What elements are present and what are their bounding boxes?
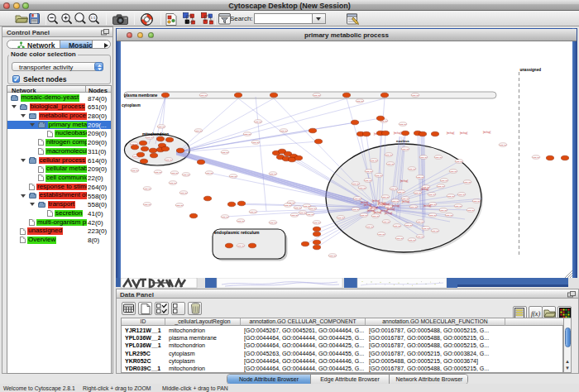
svg-text:endoplasmic reticulum: endoplasmic reticulum xyxy=(214,230,260,235)
svg-text:[GO-id]: [GO-id] xyxy=(222,216,228,218)
svg-text:[GO-id]: [GO-id] xyxy=(252,141,259,144)
svg-text:[GO-id]: [GO-id] xyxy=(402,198,409,200)
svg-text:[GO-id]: [GO-id] xyxy=(382,196,389,198)
svg-text:cytoplasm: cytoplasm xyxy=(122,103,141,108)
svg-text:[mt hsp]: [mt hsp] xyxy=(387,208,395,211)
svg-text:[GO-id]: [GO-id] xyxy=(313,94,320,97)
svg-text:[GO-id]: [GO-id] xyxy=(354,198,361,200)
svg-text:[GO-id]: [GO-id] xyxy=(455,205,462,208)
svg-text:[GO-id]: [GO-id] xyxy=(376,174,382,177)
svg-text:[GO-id]: [GO-id] xyxy=(405,224,412,227)
svg-text:[mt hsp]: [mt hsp] xyxy=(392,204,400,208)
svg-text:nucleus: nucleus xyxy=(396,139,409,143)
svg-text:[GO-id]: [GO-id] xyxy=(329,255,336,257)
svg-text:[GO-id]: [GO-id] xyxy=(270,222,276,224)
svg-text:[GO-id]: [GO-id] xyxy=(441,179,447,182)
svg-text:[GO-id]: [GO-id] xyxy=(337,217,344,219)
svg-text:unassigned: unassigned xyxy=(520,68,542,72)
svg-text:plasma membrane: plasma membrane xyxy=(124,93,158,98)
svg-text:[GO-id]: [GO-id] xyxy=(409,239,415,241)
svg-text:[GO-id]: [GO-id] xyxy=(428,194,435,196)
svg-text:[GO-id]: [GO-id] xyxy=(446,214,452,217)
svg-text:[GO-id]: [GO-id] xyxy=(467,209,474,212)
svg-text:[GO-id]: [GO-id] xyxy=(385,154,392,156)
svg-text:[GO-id]: [GO-id] xyxy=(400,123,406,126)
svg-text:[GO-id]: [GO-id] xyxy=(299,212,306,214)
svg-text:[GO-id]: [GO-id] xyxy=(387,163,394,165)
svg-text:[mt hsp]: [mt hsp] xyxy=(402,200,410,203)
svg-text:[GO-id]: [GO-id] xyxy=(402,148,409,151)
svg-text:[GO-id]: [GO-id] xyxy=(458,194,465,196)
svg-text:[GO-id]: [GO-id] xyxy=(464,181,471,184)
svg-text:[GO-id]: [GO-id] xyxy=(432,230,438,232)
svg-text:[GO-id]: [GO-id] xyxy=(165,159,172,161)
svg-text:[GO-id]: [GO-id] xyxy=(359,187,366,189)
svg-text:[GO-id]: [GO-id] xyxy=(440,209,447,212)
svg-text:[GO-id]: [GO-id] xyxy=(366,226,373,228)
svg-text:[GO-id]: [GO-id] xyxy=(313,222,320,224)
svg-text:[mt hsp]: [mt hsp] xyxy=(394,131,402,135)
svg-text:[GO-id]: [GO-id] xyxy=(144,203,151,206)
svg-text:[GO-id]: [GO-id] xyxy=(420,156,427,159)
svg-text:[GO-id]: [GO-id] xyxy=(371,160,377,162)
svg-text:[GO-id]: [GO-id] xyxy=(392,200,399,203)
svg-text:[mt hsp]: [mt hsp] xyxy=(372,199,380,203)
svg-text:[GO-id]: [GO-id] xyxy=(294,207,301,209)
svg-text:[GO-id]: [GO-id] xyxy=(176,204,183,207)
svg-text:[GO-id]: [GO-id] xyxy=(158,126,165,128)
svg-text:[GO-id]: [GO-id] xyxy=(180,192,187,194)
svg-text:[GO-id]: [GO-id] xyxy=(144,188,151,190)
svg-text:[GO-id]: [GO-id] xyxy=(352,183,359,185)
svg-text:[mt hsp]: [mt hsp] xyxy=(385,212,393,215)
svg-text:[GO-id]: [GO-id] xyxy=(280,130,287,132)
svg-text:[GO-id]: [GO-id] xyxy=(372,215,379,218)
svg-text:[GO-id]: [GO-id] xyxy=(456,160,462,163)
svg-text:[GO-id]: [GO-id] xyxy=(378,233,385,236)
svg-text:[GO-id]: [GO-id] xyxy=(365,179,371,182)
svg-text:[GO-id]: [GO-id] xyxy=(244,133,251,136)
svg-text:[GO-id]: [GO-id] xyxy=(230,175,237,178)
svg-text:[GO-id]: [GO-id] xyxy=(222,151,228,154)
svg-text:[GO-id]: [GO-id] xyxy=(285,204,291,207)
svg-text:[GO-id]: [GO-id] xyxy=(170,182,176,184)
svg-text:[GO-id]: [GO-id] xyxy=(366,170,372,173)
svg-text:[mt hsp]: [mt hsp] xyxy=(400,179,409,183)
svg-text:[GO-id]: [GO-id] xyxy=(473,200,480,203)
svg-text:[GO-id]: [GO-id] xyxy=(394,225,400,227)
svg-text:[GO-id]: [GO-id] xyxy=(237,245,244,247)
svg-text:[GO-id]: [GO-id] xyxy=(500,144,506,146)
svg-text:[GO-id]: [GO-id] xyxy=(195,130,202,132)
svg-text:[GO-id]: [GO-id] xyxy=(250,211,256,213)
svg-text:[GO-id]: [GO-id] xyxy=(155,171,161,174)
svg-text:[mt hsp]: [mt hsp] xyxy=(421,188,429,191)
svg-text:[GO-id]: [GO-id] xyxy=(309,208,316,210)
svg-text:[GO-id]: [GO-id] xyxy=(307,213,313,216)
svg-text:mitochondrion: mitochondrion xyxy=(142,132,169,136)
svg-text:[GO-id]: [GO-id] xyxy=(352,208,359,211)
svg-text:[GO-id]: [GO-id] xyxy=(183,174,189,176)
svg-text:[GO-id]: [GO-id] xyxy=(409,168,415,170)
svg-text:[GO-id]: [GO-id] xyxy=(390,188,397,190)
svg-text:[mt hsp]: [mt hsp] xyxy=(483,131,491,134)
svg-text:[GO-id]: [GO-id] xyxy=(450,170,457,173)
svg-text:[GO-id]: [GO-id] xyxy=(417,176,423,179)
svg-text:[GO-id]: [GO-id] xyxy=(435,156,442,159)
svg-text:[GO-id]: [GO-id] xyxy=(417,236,423,238)
svg-text:[GO-id]: [GO-id] xyxy=(270,173,276,175)
svg-text:[GO-id]: [GO-id] xyxy=(291,214,298,217)
svg-text:f(x): f(x) xyxy=(531,309,540,317)
svg-text:[GO-id]: [GO-id] xyxy=(429,214,436,217)
svg-text:[GO-id]: [GO-id] xyxy=(447,195,454,198)
svg-text:[GO-id]: [GO-id] xyxy=(356,100,363,103)
svg-text:[GO-id]: [GO-id] xyxy=(533,156,539,159)
svg-text:[GO-id]: [GO-id] xyxy=(414,192,421,194)
svg-text:[GO-id]: [GO-id] xyxy=(237,220,244,222)
svg-text:[GO-id]: [GO-id] xyxy=(383,221,390,223)
svg-text:[mt hsp]: [mt hsp] xyxy=(423,204,432,208)
svg-text:[GO-id]: [GO-id] xyxy=(423,227,429,230)
svg-text:[GO-id]: [GO-id] xyxy=(200,94,207,97)
svg-text:1:1: 1:1 xyxy=(90,16,95,20)
svg-text:[GO-id]: [GO-id] xyxy=(410,206,417,208)
svg-text:[GO-id]: [GO-id] xyxy=(361,214,367,217)
svg-text:[GO-id]: [GO-id] xyxy=(396,237,403,240)
